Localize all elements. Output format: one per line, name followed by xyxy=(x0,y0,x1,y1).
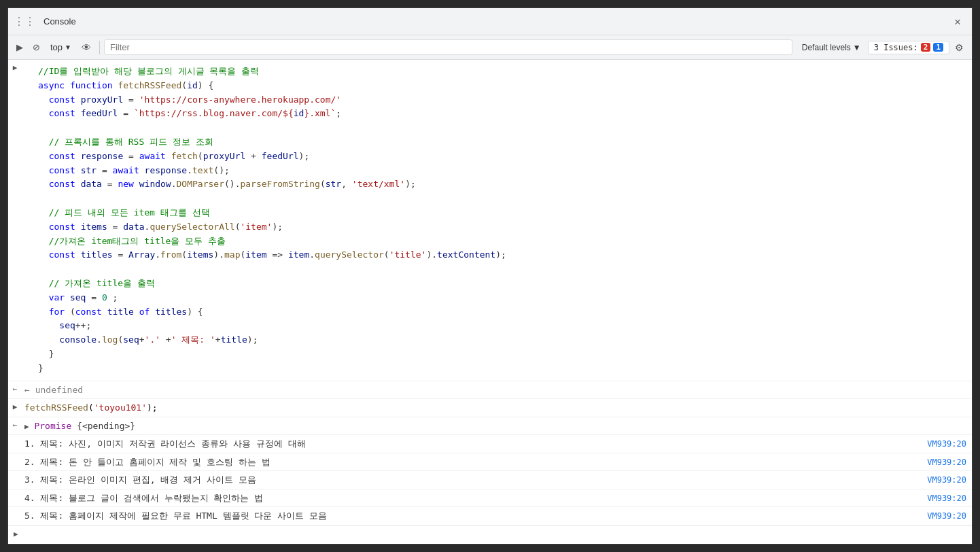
undefined-content: ← undefined xyxy=(22,383,972,398)
code-line-20: console.log(seq+'.' +' 제목: '+title); xyxy=(38,333,969,347)
item2-arrow xyxy=(8,455,22,456)
code-content: //ID를 입력받아 해당 블로그의 게시글 목록을 출력 async func… xyxy=(22,61,972,379)
item3-content: 3. 제목: 온라인 이미지 편집, 배경 제거 사이트 모음 xyxy=(22,472,927,487)
call-paren: ( xyxy=(88,402,94,413)
info-count-badge: 1 xyxy=(933,43,943,52)
settings-button[interactable]: ⚙ xyxy=(951,39,968,56)
output-item-5: 5. 제목: 홈페이지 제작에 필요한 무료 HTML 템플릿 다운 사이트 모… xyxy=(8,507,972,525)
code-line-14: const titles = Array.from(items).map(ite… xyxy=(38,248,969,262)
chevron-down-icon: ▼ xyxy=(65,44,71,51)
call-arrow[interactable]: ▶ xyxy=(8,400,22,413)
item3-text: 3. 제목: 온라인 이미지 편집, 배경 제거 사이트 모음 xyxy=(24,475,256,485)
output-item-2: 2. 제목: 돈 안 들이고 홈페이지 제작 및 호스팅 하는 법 VM939:… xyxy=(8,453,972,472)
call-entry: ▶ fetchRSSFeed('toyou101'); xyxy=(8,399,972,417)
undefined-entry: ← ← undefined xyxy=(8,381,972,400)
code-line-2: async function fetchRSSFeed(id) { xyxy=(38,79,969,93)
levels-chevron-icon: ▼ xyxy=(853,43,861,52)
prompt-arrow: ▶ xyxy=(14,529,18,540)
stop-button[interactable]: ⊘ xyxy=(29,39,44,55)
code-line-7: const response = await fetch(proxyUrl + … xyxy=(38,150,969,164)
devtools-window: ⋮⋮ Console ✕ ▶ ⊘ top ▼ 👁 Default levels … xyxy=(7,7,973,545)
promise-text: Promise xyxy=(34,421,77,431)
code-line-10 xyxy=(38,192,969,206)
item4-content: 4. 제목: 블로그 글이 검색에서 누락됐는지 확인하는 법 xyxy=(22,491,927,506)
item4-source[interactable]: VM939:20 xyxy=(927,491,972,504)
item1-arrow xyxy=(8,436,22,438)
execute-icon: ▶ xyxy=(16,42,23,52)
console-tab-title: Console xyxy=(43,16,949,27)
issues-label: 3 Issues: xyxy=(874,43,918,52)
code-line-3: const proxyUrl = 'https://cors-anywhere.… xyxy=(38,93,969,107)
default-levels-label: Default levels xyxy=(802,43,851,52)
console-body: ▶ //ID를 입력받아 해당 블로그의 게시글 목록을 출력 async fu… xyxy=(8,60,972,544)
error-count-badge: 2 xyxy=(921,43,931,52)
code-line-13: //가져온 item태그의 title을 모두 추출 xyxy=(38,235,969,249)
output-item-1: 1. 제목: 사진, 이미지 저작권 라이선스 종류와 사용 규정에 대해 VM… xyxy=(8,435,972,453)
item3-arrow xyxy=(8,472,22,474)
context-label: top xyxy=(50,42,63,52)
item2-content: 2. 제목: 돈 안 들이고 홈페이지 제작 및 호스팅 하는 법 xyxy=(22,455,927,470)
item5-arrow xyxy=(8,508,22,510)
code-line-21: } xyxy=(38,347,969,362)
code-line-18: for (const title of titles) { xyxy=(38,305,969,320)
separator-1 xyxy=(99,41,100,54)
toolbar: ▶ ⊘ top ▼ 👁 Default levels ▼ 3 Issues: 2… xyxy=(8,35,972,60)
default-levels-button[interactable]: Default levels ▼ xyxy=(797,41,867,54)
execute-button[interactable]: ▶ xyxy=(12,39,27,55)
item2-source[interactable]: VM939:20 xyxy=(927,455,972,468)
item1-text: 1. 제목: 사진, 이미지 저작권 라이선스 종류와 사용 규정에 대해 xyxy=(24,438,306,449)
code-line-22: } xyxy=(38,362,969,376)
item4-text: 4. 제목: 블로그 글이 검색에서 누락됐는지 확인하는 법 xyxy=(24,493,263,503)
call-paren2: ); xyxy=(147,402,158,413)
promise-content: ▶ Promise {<pending>} xyxy=(22,419,972,434)
expand-arrow[interactable]: ▶ xyxy=(8,61,22,74)
call-content: fetchRSSFeed('toyou101'); xyxy=(22,400,972,415)
item2-text: 2. 제목: 돈 안 들이고 홈페이지 제작 및 호스팅 하는 법 xyxy=(24,457,270,467)
menu-icon[interactable]: ⋮⋮ xyxy=(14,15,35,28)
item5-content: 5. 제목: 홈페이지 제작에 필요한 무료 HTML 템플릿 다운 사이트 모… xyxy=(22,508,927,523)
code-line-1: //ID를 입력받아 해당 블로그의 게시글 목록을 출력 xyxy=(38,65,969,79)
filter-input[interactable] xyxy=(104,39,792,55)
close-button[interactable]: ✕ xyxy=(949,12,966,31)
stop-icon: ⊘ xyxy=(33,42,40,52)
code-line-15 xyxy=(38,262,969,277)
output-item-3: 3. 제목: 온라인 이미지 편집, 배경 제거 사이트 모음 VM939:20 xyxy=(8,471,972,489)
code-line-11: // 피드 내의 모든 item 태그를 선택 xyxy=(38,206,969,220)
issues-badge[interactable]: 3 Issues: 2 1 xyxy=(868,41,949,54)
code-line-5 xyxy=(38,121,969,135)
context-selector[interactable]: top ▼ xyxy=(46,40,76,54)
devtools-header: ⋮⋮ Console ✕ xyxy=(8,8,972,35)
code-line-12: const items = data.querySelectorAll('ite… xyxy=(38,220,969,235)
promise-brace: {<pending>} xyxy=(77,421,135,431)
code-entry: ▶ //ID를 입력받아 해당 블로그의 게시글 목록을 출력 async fu… xyxy=(8,60,972,381)
gear-icon: ⚙ xyxy=(955,42,964,53)
code-line-16: // 가져온 title을 출력 xyxy=(38,277,969,291)
item5-text: 5. 제목: 홈페이지 제작에 필요한 무료 HTML 템플릿 다운 사이트 모… xyxy=(24,511,327,521)
undefined-value: ← undefined xyxy=(24,385,83,395)
console-input-row: ▶ xyxy=(8,525,972,543)
result-arrow: ← xyxy=(8,383,22,396)
item4-arrow xyxy=(8,491,22,492)
promise-expand[interactable]: ▶ xyxy=(24,422,29,431)
code-line-6: // 프록시를 통해 RSS 피드 정보 조회 xyxy=(38,135,969,150)
eye-button[interactable]: 👁 xyxy=(77,39,95,56)
item5-source[interactable]: VM939:20 xyxy=(927,508,972,522)
output-item-4: 4. 제목: 블로그 글이 검색에서 누락됐는지 확인하는 법 VM939:20 xyxy=(8,489,972,508)
item3-source[interactable]: VM939:20 xyxy=(927,472,972,486)
call-text: fetchRSSFeed xyxy=(24,402,88,413)
promise-entry: ← ▶ Promise {<pending>} xyxy=(8,417,972,436)
code-line-19: seq++; xyxy=(38,319,969,333)
code-line-9: const data = new window.DOMParser().pars… xyxy=(38,177,969,192)
code-block: //ID를 입력받아 해당 블로그의 게시글 목록을 출력 async func… xyxy=(24,62,969,379)
code-line-17: var seq = 0 ; xyxy=(38,291,969,305)
call-arg: 'toyou101' xyxy=(94,402,147,413)
promise-arrow: ← xyxy=(8,419,22,432)
code-line-4: const feedUrl = `https://rss.blog.naver.… xyxy=(38,107,969,121)
eye-icon: 👁 xyxy=(82,42,91,53)
item1-source[interactable]: VM939:20 xyxy=(927,436,972,450)
item1-content: 1. 제목: 사진, 이미지 저작권 라이선스 종류와 사용 규정에 대해 xyxy=(22,436,927,451)
code-line-8: const str = await response.text(); xyxy=(38,164,969,178)
